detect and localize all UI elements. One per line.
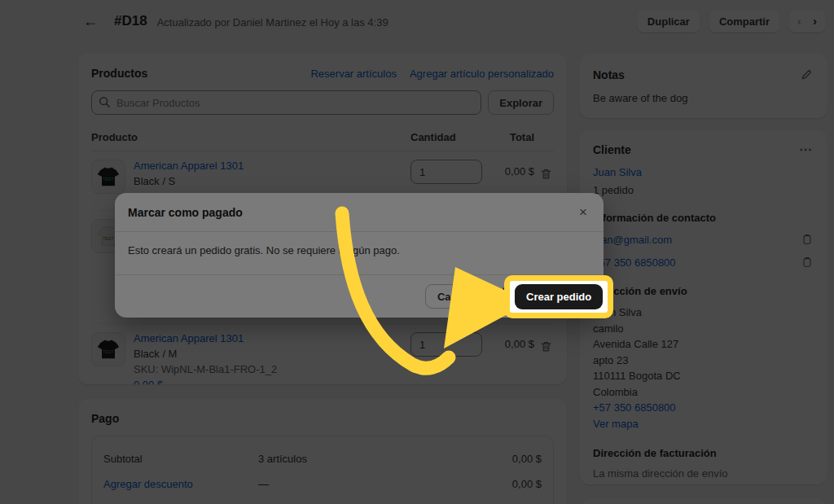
tutorial-dim-overlay: [0, 0, 834, 504]
order-detail-page: ← #D18 Actualizado por Daniel Martinez e…: [0, 0, 834, 504]
create-order-button-highlighted[interactable]: Crear pedido: [515, 284, 603, 309]
tutorial-highlight: Crear pedido: [504, 275, 613, 318]
